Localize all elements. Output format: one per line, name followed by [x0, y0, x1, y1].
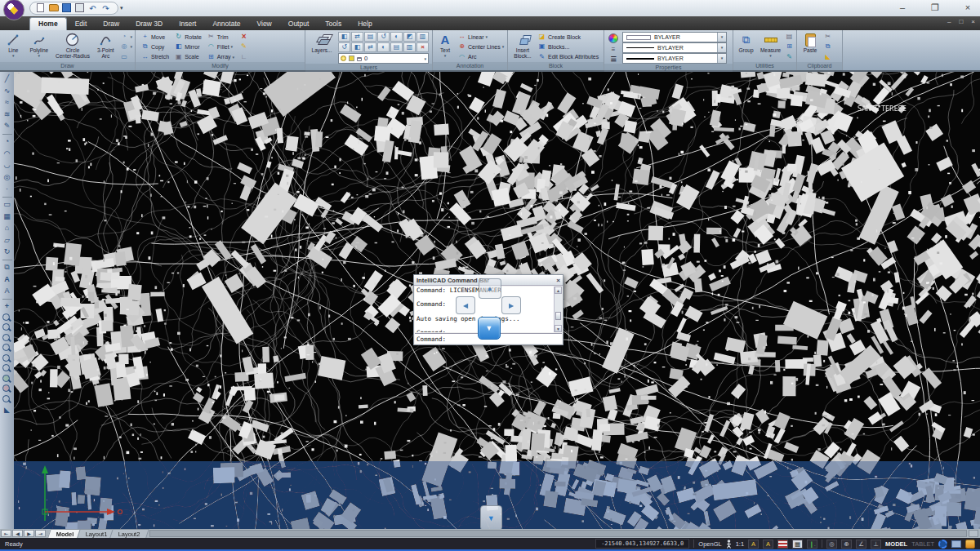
color-select[interactable]: BYLAYER▾: [622, 32, 727, 42]
zoom-extents-icon[interactable]: [2, 364, 11, 373]
layer-tool-icon[interactable]: ▤: [364, 32, 376, 42]
prev-tab-button[interactable]: ◀: [12, 530, 23, 537]
edit-block-attributes-button[interactable]: ✎Edit Block Attributes: [537, 52, 599, 62]
polyline-button[interactable]: Polyline ▾: [27, 32, 51, 62]
layer-tool-icon[interactable]: ⇄: [364, 42, 376, 52]
layer-tool-icon[interactable]: ◩: [403, 32, 416, 42]
restore-button[interactable]: ❐: [929, 0, 941, 15]
panel-title-block[interactable]: Block: [508, 62, 604, 70]
annotation-visibility-icon[interactable]: A: [748, 540, 759, 549]
polar-toggle-icon[interactable]: ∠: [856, 540, 866, 549]
zoom-realtime-icon[interactable]: [2, 313, 11, 322]
nav-center-button[interactable]: ▼: [478, 317, 501, 340]
stretch-button[interactable]: ↔Stretch: [140, 52, 169, 62]
command-bar-close-icon[interactable]: ×: [556, 277, 560, 284]
layers-button[interactable]: Layers...: [308, 32, 336, 64]
save-icon[interactable]: [61, 3, 72, 14]
array-button[interactable]: ⊞Array▾: [207, 52, 234, 62]
match-brush-icon[interactable]: ◣: [2, 405, 13, 415]
color-wheel-icon[interactable]: [608, 33, 618, 43]
esnap-toggle-icon[interactable]: ◎: [826, 540, 837, 549]
nav-up-button[interactable]: ▲: [479, 278, 501, 299]
insert-block-button[interactable]: Insert Block...: [510, 32, 535, 62]
delete-layer-icon[interactable]: ×: [416, 42, 429, 52]
blocks-button[interactable]: ▣Blocks...: [537, 42, 599, 51]
arc-button[interactable]: 3-Point Arc: [94, 32, 117, 62]
tab-help[interactable]: Help: [350, 18, 380, 30]
command-scrollbar[interactable]: ▲ ▼: [554, 287, 562, 332]
scale-button[interactable]: ▣Scale: [174, 52, 202, 62]
layer-tool-icon[interactable]: ⇄: [351, 32, 363, 42]
close-button[interactable]: ×: [962, 0, 973, 15]
center-lines-button[interactable]: ⊕Center Lines▾: [457, 42, 504, 51]
grid-toggle-icon[interactable]: ▦: [792, 540, 803, 549]
display-icon[interactable]: [951, 540, 961, 548]
lineweight-toggle-icon[interactable]: .: [777, 540, 788, 549]
text-button[interactable]: A Text ▾: [435, 32, 455, 62]
rotate-button[interactable]: ↻Rotate: [174, 32, 202, 42]
move-button[interactable]: +Move: [140, 32, 169, 42]
tab-output[interactable]: Output: [280, 18, 318, 30]
ellipse-button[interactable]: ◔▾: [119, 32, 132, 42]
copy-tool-icon[interactable]: ⧉: [2, 262, 13, 273]
doc-minimize-button[interactable]: –: [947, 18, 951, 25]
erase-button[interactable]: ×: [239, 32, 248, 42]
layer-tool-icon[interactable]: ↺: [377, 32, 390, 42]
app-logo-icon[interactable]: ◆: [3, 0, 24, 20]
copy-clip-button[interactable]: ⧉: [823, 42, 832, 51]
zoom-center-icon[interactable]: [2, 354, 11, 363]
publish-icon[interactable]: [965, 540, 975, 549]
doc-close-button[interactable]: ×: [971, 18, 975, 25]
rotate-tool-icon[interactable]: ↻: [2, 247, 13, 257]
scrollbar-grip[interactable]: [969, 530, 978, 537]
mtext-tool-icon[interactable]: A: [2, 286, 13, 296]
circle-button[interactable]: Circle Center-Radius: [54, 32, 91, 62]
tab-tools[interactable]: Tools: [317, 18, 350, 30]
scroll-up-icon[interactable]: ▲: [555, 287, 562, 294]
line-tool-icon[interactable]: ╱: [2, 73, 13, 84]
linetype-select[interactable]: BYLAYER▾: [622, 42, 727, 53]
lineweight-select[interactable]: BYLAYER▾: [622, 53, 727, 64]
arc-dim-button[interactable]: ◠Arc: [457, 52, 504, 62]
rename-button[interactable]: ✎: [785, 52, 794, 62]
model-space-toggle[interactable]: MODEL: [885, 540, 907, 548]
copy-button[interactable]: ⧉Copy: [140, 42, 169, 51]
arc-tool-icon[interactable]: ◠: [2, 149, 13, 159]
tab-draw[interactable]: Draw: [95, 18, 127, 30]
zoom-all-icon[interactable]: [2, 395, 11, 404]
layer-tool-icon[interactable]: ◧: [338, 32, 350, 42]
paste-button[interactable]: Paste: [800, 32, 821, 62]
circle-tool-icon[interactable]: ◔: [2, 136, 13, 147]
qat-more-icon[interactable]: ▾: [120, 5, 123, 11]
last-tab-button[interactable]: ⇥: [35, 530, 46, 537]
tab-draw3d[interactable]: Draw 3D: [127, 18, 171, 30]
new-drawing-icon[interactable]: [35, 3, 46, 14]
quick-calc-button[interactable]: ▤: [785, 32, 794, 42]
polyline-tool-icon[interactable]: ∿: [2, 86, 13, 96]
panel-title-clipboard[interactable]: Clipboard: [797, 62, 842, 70]
donut-tool-icon[interactable]: ◎: [2, 172, 13, 183]
explode-button[interactable]: ∟: [239, 52, 248, 62]
edit-length-button[interactable]: ✎: [239, 42, 248, 51]
point-tool-icon[interactable]: ·: [2, 184, 13, 194]
cut-button[interactable]: ✂: [823, 32, 832, 42]
etrack-toggle-icon[interactable]: ⊕: [841, 540, 852, 549]
settings-gear-icon[interactable]: [938, 540, 947, 549]
text-tool-icon[interactable]: A: [2, 274, 13, 285]
spline-tool-icon[interactable]: ≈: [2, 97, 13, 108]
layer-tool-icon[interactable]: ◧: [351, 42, 363, 52]
rectangle-button[interactable]: ▭: [119, 52, 132, 62]
polygon-tool-icon[interactable]: ⌂: [2, 223, 13, 233]
donut-button[interactable]: ◎▾: [119, 42, 132, 51]
zoom-window-icon[interactable]: [2, 323, 11, 332]
nav-right-button[interactable]: ▶: [501, 296, 521, 314]
layer-select[interactable]: 0 ▾: [338, 53, 429, 64]
tab-edit[interactable]: Edit: [67, 18, 96, 30]
layer-tool-icon[interactable]: ▥: [416, 32, 429, 42]
plane-tool-icon[interactable]: ▱: [2, 235, 13, 246]
horizontal-scrollbar[interactable]: [149, 530, 967, 537]
multiline-tool-icon[interactable]: ≋: [2, 109, 13, 120]
rectangle-tool-icon[interactable]: ▭: [2, 199, 13, 210]
scroll-thumb[interactable]: [555, 312, 561, 320]
create-block-button[interactable]: ◪Create Block: [537, 32, 599, 42]
